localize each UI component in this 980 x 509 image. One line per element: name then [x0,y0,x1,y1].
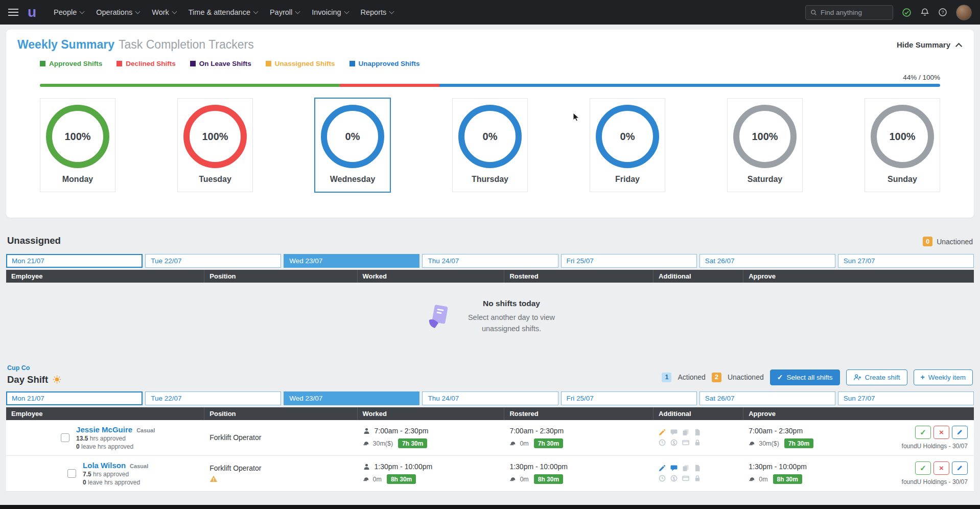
search-input[interactable] [821,9,888,16]
day-tab-wed[interactable]: Wed 23/07 [284,254,419,268]
card-icon[interactable] [682,439,689,446]
empty-state-text: Select another day to view [468,312,555,323]
legend-label: Unapproved Shifts [359,60,420,67]
money-icon[interactable] [670,439,678,446]
lock-icon[interactable] [694,439,701,446]
progress-ring: 100% [183,105,247,168]
approved-hours-stat: 7.5 hrs approved [83,471,148,478]
select-all-shifts-button[interactable]: ✓Select all shifts [770,369,840,385]
file-icon[interactable] [694,429,701,436]
person-icon [363,427,370,435]
day-tracker-saturday[interactable]: 100%Saturday [727,98,803,192]
approve-shift-button[interactable]: ✓ [915,426,931,439]
pencil-icon [956,429,963,435]
legend-on-leave-shifts: On Leave Shifts [190,60,251,67]
warning-icon[interactable] [209,475,357,483]
chevron-down-icon [172,9,177,14]
nav-menu-operations[interactable]: Operations [92,5,144,19]
day-tab-fri[interactable]: Fri 25/07 [561,391,697,405]
edit-shift-button[interactable] [952,426,968,439]
worked-break: 0m [373,476,382,483]
employee-name-link[interactable]: Jessie McGuire [76,425,132,434]
comment-icon[interactable] [670,429,678,436]
unactioned-count-label: Unactioned [937,238,973,246]
nav-menu-payroll[interactable]: Payroll [266,5,304,19]
nav-menu-invoicing[interactable]: Invoicing [308,5,352,19]
clock-icon[interactable] [659,439,666,446]
row-checkbox[interactable] [67,469,76,478]
day-tab-sat[interactable]: Sat 26/07 [699,391,835,405]
worked-duration-badge: 8h 30m [387,474,416,484]
qualification-icon[interactable] [682,465,689,472]
day-tab-wed[interactable]: Wed 23/07 [284,391,419,405]
lock-icon[interactable] [694,475,701,482]
day-tab-mon[interactable]: Mon 21/07 [6,254,143,268]
day-tab-thu[interactable]: Thu 24/07 [422,391,558,405]
employment-type-label: Casual [136,427,155,433]
approve-break: 30m($) [759,440,779,447]
day-tab-sat[interactable]: Sat 26/07 [699,254,835,268]
decline-shift-button[interactable]: × [934,426,949,439]
rostered-duration-badge: 7h 30m [534,438,563,448]
edit-note-icon[interactable] [659,429,666,436]
employee-name-link[interactable]: Lola Wilson [83,461,126,470]
legend-approved-shifts: Approved Shifts [40,60,102,67]
edit-note-icon[interactable] [659,465,666,472]
global-search[interactable] [805,5,893,20]
day-tracker-monday[interactable]: 100%Monday [40,98,115,192]
row-checkbox[interactable] [61,433,69,442]
nav-menu-work[interactable]: Work [148,5,180,19]
rostered-time: 7:00am - 2:30pm [509,427,564,435]
break-icon [509,440,517,447]
svg-text:?: ? [941,10,944,15]
day-tab-thu[interactable]: Thu 24/07 [422,254,558,268]
help-icon[interactable]: ? [938,8,947,17]
nav-menu-label: Time & attendance [189,8,250,16]
column-header-position: Position [204,407,357,420]
unactioned-count-label: Unactioned [728,373,764,381]
break-icon [363,440,370,447]
worked-break: 30m($) [373,440,393,447]
nav-menu-label: Work [152,8,169,16]
progress-segment-declined [340,84,440,87]
approve-shift-button[interactable]: ✓ [915,461,931,475]
day-tracker-sunday[interactable]: 100%Sunday [865,98,940,192]
money-icon[interactable] [670,475,678,482]
user-avatar[interactable] [956,5,972,20]
file-icon[interactable] [694,465,701,472]
hide-summary-button[interactable]: Hide Summary [897,40,963,49]
day-tab-tue[interactable]: Tue 22/07 [145,254,281,268]
card-icon[interactable] [682,475,689,482]
hamburger-menu-icon[interactable] [8,9,18,16]
edit-shift-button[interactable] [952,461,968,475]
clock-icon[interactable] [659,475,666,482]
weekly-item-label: Weekly item [928,374,966,381]
day-tab-sun[interactable]: Sun 27/07 [838,391,974,405]
day-tracker-wednesday[interactable]: 0%Wednesday [315,98,390,192]
day-tracker-tuesday[interactable]: 100%Tuesday [177,98,253,192]
summary-title: Weekly Summary [17,38,114,51]
weekly-item-button[interactable]: +Weekly item [914,369,973,385]
break-icon [509,476,517,483]
day-tracker-friday[interactable]: 0%Friday [590,98,665,192]
chevron-up-icon [955,42,963,48]
legend-unapproved-shifts: Unapproved Shifts [349,60,420,67]
qualification-icon[interactable] [682,429,689,436]
nav-menu-label: Reports [361,8,387,16]
day-tab-mon[interactable]: Mon 21/07 [6,391,143,405]
decline-shift-button[interactable]: × [934,461,949,475]
nav-menu-time-attendance[interactable]: Time & attendance [184,5,262,19]
day-tab-fri[interactable]: Fri 25/07 [561,254,697,268]
comment-icon[interactable] [670,465,678,472]
progress-ring: 0% [458,105,522,168]
notifications-bell-icon[interactable] [920,8,929,17]
day-tab-sun[interactable]: Sun 27/07 [838,254,974,268]
day-tracker-thursday[interactable]: 0%Thursday [452,98,528,192]
foundu-logo[interactable]: u [28,6,36,18]
status-check-icon[interactable] [902,8,912,17]
day-shift-section: Cup Co Day Shift 1 Actioned 2 Unactioned… [0,364,980,492]
nav-menu-reports[interactable]: Reports [357,5,398,19]
day-tab-tue[interactable]: Tue 22/07 [145,391,281,405]
create-shift-button[interactable]: Create shift [846,369,907,385]
nav-menu-people[interactable]: People [50,5,88,19]
